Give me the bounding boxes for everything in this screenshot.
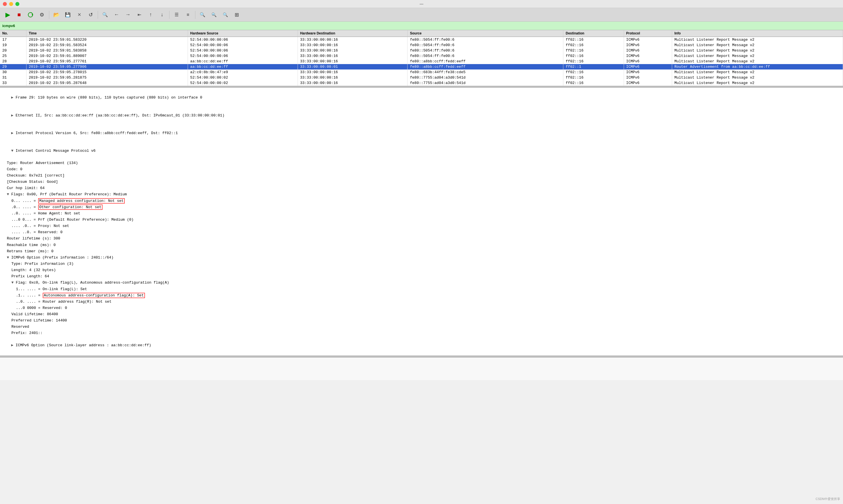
detail-tree-line[interactable]: .1.. .... = Autonomous address-configura… xyxy=(0,292,843,299)
detail-children: Type: Router Advertisement (134)Code: 0C… xyxy=(0,160,843,337)
detail-tree-line[interactable]: Prefix Length: 64 xyxy=(0,273,843,280)
table-row[interactable]: 332019-10-02 23:59:05.28764852:54:00:00:… xyxy=(0,80,843,86)
detail-tree-line[interactable]: .... .0.. = Proxy: Not set xyxy=(0,223,843,229)
packet-detail-section: ▶ Frame 29: 110 bytes on wire (880 bits)… xyxy=(0,88,843,356)
detail-tree-line[interactable]: ...0 0... = Prf (Default Router Preferen… xyxy=(0,217,843,223)
table-cell: 52:54:00:00:00:06 xyxy=(188,42,298,48)
table-cell: ICMPv6 xyxy=(624,70,672,75)
detail-tree-line[interactable]: Reserved xyxy=(0,324,843,330)
close-window-button[interactable] xyxy=(3,2,7,6)
table-cell: 29 xyxy=(0,64,26,70)
close-file-button[interactable]: ✕ xyxy=(74,10,85,20)
find-packet-button[interactable]: 🔍 xyxy=(100,10,110,20)
save-file-button[interactable]: 💾 xyxy=(62,10,73,20)
detail-tree-line[interactable]: Preferred Lifetime: 14400 xyxy=(0,318,843,324)
svg-marker-1 xyxy=(32,14,33,16)
table-cell: ICMPv6 xyxy=(624,75,672,80)
frame-tree-item[interactable]: ▶ Frame 29: 110 bytes on wire (880 bits)… xyxy=(0,89,843,107)
table-cell: 2019-10-02 23:59:05.278015 xyxy=(26,70,188,75)
table-cell: ff02::16 xyxy=(563,37,624,42)
table-cell: ICMPv6 xyxy=(624,42,672,48)
restart-capture-button[interactable] xyxy=(25,10,36,20)
col-dst: Destination xyxy=(563,30,624,37)
prev-packet-button[interactable]: ← xyxy=(111,10,122,20)
scroll-up-button[interactable]: ↑ xyxy=(145,10,156,20)
detail-tree-line[interactable]: Type: Prefix information (3) xyxy=(0,261,843,267)
detail-tree-line[interactable]: Code: 0 xyxy=(0,166,843,173)
detail-tree-line[interactable]: Checksum: 0x7e21 [correct] xyxy=(0,173,843,179)
table-row[interactable]: 172019-10-02 23:59:01.58322052:54:00:00:… xyxy=(0,37,843,42)
detail-tree-line[interactable]: 1... .... = On-link flag(L): Set xyxy=(0,286,843,292)
table-row[interactable]: 252019-10-02 23:59:01.88900752:54:00:00:… xyxy=(0,53,843,59)
packet-table: No. Time Hardware Source Hardware Destin… xyxy=(0,30,843,86)
table-cell: 2019-10-02 23:59:05.277761 xyxy=(26,59,188,64)
detail-tree-line[interactable]: Cur hop limit: 64 xyxy=(0,185,843,191)
next-packet-button[interactable]: → xyxy=(123,10,133,20)
title-bar: — xyxy=(0,0,843,8)
detail-tree-line[interactable]: .... ..0. = Reserved: 0 xyxy=(0,229,843,235)
table-row[interactable]: 292019-10-02 23:59:05.277906aa:bb:cc:dd:… xyxy=(0,64,843,70)
detail-tree-line[interactable]: Prefix: 2401:: xyxy=(0,330,843,336)
col-no: No. xyxy=(0,30,26,37)
table-row[interactable]: 192019-10-02 23:59:01.58352452:54:00:00:… xyxy=(0,42,843,48)
go-first-button[interactable]: ⇤ xyxy=(134,10,145,20)
zoom-in-button[interactable]: 🔍 xyxy=(197,10,208,20)
detail-tree-line[interactable]: .0.. .... = Other configuration: Not set xyxy=(0,204,843,211)
open-file-button[interactable]: 📂 xyxy=(51,10,62,20)
minimize-window-button[interactable] xyxy=(9,2,13,6)
zoom-normal-button[interactable]: 🔍 xyxy=(220,10,231,20)
ipv6-tree-item[interactable]: ▶ Internet Protocol Version 6, Src: fe80… xyxy=(0,124,843,142)
detail-tree-line[interactable]: ▼ Flag: 0xc0, On-link flag(L), Autonomou… xyxy=(0,280,843,286)
table-cell: 2019-10-02 23:59:05.287648 xyxy=(26,80,188,86)
detail-tree-line[interactable]: ..0. .... = Router address flag(R): Not … xyxy=(0,299,843,305)
table-cell: fe80::a8bb:ccff:fedd:eeff xyxy=(408,64,563,70)
col-hw-dst: Hardware Destination xyxy=(298,30,408,37)
window-controls[interactable] xyxy=(3,2,19,6)
autoscroll-button[interactable]: ≡ xyxy=(182,10,193,20)
table-cell: 33:33:00:00:00:01 xyxy=(298,64,408,70)
last-option-tree-item[interactable]: ▶ ICMPv6 Option (Source link-layer addre… xyxy=(0,337,843,354)
frame-line-text: Frame 29: 110 bytes on wire (880 bits), … xyxy=(16,95,202,100)
detail-tree-line[interactable]: ▼ Flags: 0x00, Prf (Default Router Prefe… xyxy=(0,191,843,198)
expand-icon: ▼ xyxy=(7,255,12,260)
table-cell: fe80::7755:ad04:a3d0:541d xyxy=(408,80,563,86)
detail-tree-line[interactable]: Length: 4 (32 bytes) xyxy=(0,267,843,273)
start-capture-button[interactable]: ▶ xyxy=(2,10,13,20)
toolbar: ▶ ■ ⚙ 📂 💾 ✕ ↺ 🔍 ← → ⇤ ↑ ↓ ☰ ≡ 🔍 🔍− 🔍 ⊞ xyxy=(0,8,843,22)
table-cell: 33:33:00:00:00:16 xyxy=(298,42,408,48)
table-cell: fe80::5054:ff:fe00:6 xyxy=(408,42,563,48)
stop-capture-button[interactable]: ■ xyxy=(14,10,24,20)
ethernet-line-text: Ethernet II, Src: aa:bb:cc:dd:ee:ff (aa:… xyxy=(16,113,225,118)
detail-tree-line[interactable]: Reachable time (ms): 0 xyxy=(0,242,843,248)
table-row[interactable]: 302019-10-02 23:59:05.278015a2:c0:8b:0b:… xyxy=(0,70,843,75)
table-cell: 2019-10-02 23:59:05.277906 xyxy=(26,64,188,70)
ethernet-tree-item[interactable]: ▶ Ethernet II, Src: aa:bb:cc:dd:ee:ff (a… xyxy=(0,107,843,124)
reload-button[interactable]: ↺ xyxy=(85,10,96,20)
table-cell: 52:54:00:00:00:02 xyxy=(188,80,298,86)
zoom-out-button[interactable]: 🔍− xyxy=(209,10,219,20)
detail-tree-line[interactable]: Retrans timer (ms): 0 xyxy=(0,248,843,255)
table-row[interactable]: 202019-10-02 23:59:01.58385852:54:00:00:… xyxy=(0,48,843,53)
table-row[interactable]: 282019-10-02 23:59:05.277761aa:bb:cc:dd:… xyxy=(0,59,843,64)
scroll-down-button[interactable]: ↓ xyxy=(157,10,167,20)
resize-columns-button[interactable]: ⊞ xyxy=(231,10,242,20)
table-cell: 33:33:00:00:00:16 xyxy=(298,53,408,59)
detail-tree-line[interactable]: ▼ ICMPv6 Option (Prefix information : 24… xyxy=(0,255,843,261)
detail-tree-line[interactable]: Valid Lifetime: 86400 xyxy=(0,311,843,318)
col-src: Source xyxy=(408,30,563,37)
colorize-button[interactable]: ☰ xyxy=(171,10,182,20)
detail-tree-line[interactable]: Type: Router Advertisement (134) xyxy=(0,160,843,166)
table-cell: 2019-10-02 23:59:01.583220 xyxy=(26,37,188,42)
detail-tree-line[interactable]: Router lifetime (s): 300 xyxy=(0,235,843,242)
detail-tree-line[interactable]: ..0. .... = Home Agent: Not set xyxy=(0,211,843,217)
table-row[interactable]: 312019-10-02 23:59:05.28187552:54:00:00:… xyxy=(0,75,843,80)
maximize-window-button[interactable] xyxy=(15,2,19,6)
capture-options-button[interactable]: ⚙ xyxy=(36,10,47,20)
detail-tree-line[interactable]: ...0 0000 = Reserved: 0 xyxy=(0,305,843,311)
detail-tree-line[interactable]: [Checksum Status: Good] xyxy=(0,179,843,185)
icmpv6-tree-item[interactable]: ▼ Internet Control Message Protocol v6 xyxy=(0,142,843,160)
table-cell: 28 xyxy=(0,59,26,64)
table-cell: aa:bb:cc:dd:ee:ff xyxy=(188,59,298,64)
table-cell: Multicast Listener Report Message v2 xyxy=(672,70,843,75)
detail-tree-line[interactable]: 0... .... = Managed address configuratio… xyxy=(0,198,843,204)
